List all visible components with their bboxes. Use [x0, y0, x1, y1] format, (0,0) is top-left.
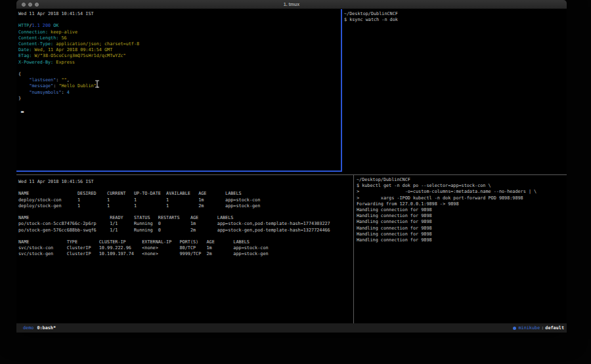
terminal-line: $ kubectl get -n dok po --selector=app=s… [357, 183, 567, 189]
session-name: demo [23, 323, 33, 333]
terminal-line: Content-Type: application/json; charset=… [18, 41, 341, 47]
terminal-line [18, 185, 353, 191]
active-pane-border-vertical[interactable] [341, 9, 342, 172]
terminal-line [18, 102, 341, 108]
terminal-line: HTTP/1.1 200 OK [18, 23, 341, 29]
tmux-content: Wed 11 Apr 2018 10:41:54 IST HTTP/1.1 20… [16, 9, 567, 323]
window-tab-bash[interactable]: 0:bash* [37, 323, 56, 333]
terminal-line [18, 233, 353, 239]
terminal-line [18, 209, 353, 215]
terminal-line: ~/Desktop/DublinCNCF [344, 11, 567, 17]
terminal-line: po/stock-gen-576cc688bb-swqf6 1/1 Runnin… [18, 228, 353, 233]
terminal-line: ~/Desktop/DublinCNCF [357, 177, 567, 183]
terminal-line: Date: Wed, 11 Apr 2018 09:41:54 GMT [18, 47, 341, 53]
terminal-line: Wed 11 Apr 2018 10:41:54 IST [18, 11, 341, 17]
kube-namespace: default [545, 323, 564, 333]
pane-divider-horizontal[interactable] [16, 174, 567, 175]
terminal-line: Handling connection for 9898 [357, 207, 567, 213]
pane-divider-vertical[interactable] [353, 175, 354, 323]
tmux-status-bar: demo 0:bash* minikube : default [16, 323, 567, 333]
terminal-line: Handling connection for 9898 [357, 232, 567, 237]
terminal-line: ▂ [18, 108, 341, 113]
terminal-line: po/stock-con-5cc874766c-2p6rp 1/1 Runnin… [18, 221, 353, 227]
terminal-line: Handling connection for 9898 [357, 213, 567, 219]
terminal-line: "lastseen": "", [18, 77, 341, 83]
pane-port-forward[interactable]: ~/Desktop/DublinCNCF$ kubectl get -n dok… [354, 175, 567, 323]
terminal-line: > xargs -IPOD kubectl -n dok port-forwar… [357, 195, 567, 201]
terminal-line: "numsymbols": 4 [18, 90, 341, 96]
terminal-line: deploy/stock-gen 1 1 1 1 2m app=stock-ge… [18, 203, 353, 209]
title-bar[interactable]: 1. tmux [16, 0, 567, 9]
terminal-line [18, 17, 341, 23]
status-right: minikube : default [513, 323, 565, 333]
terminal-line: Connection: keep-alive [18, 30, 341, 35]
terminal-line: ETag: W/"38-O5coCsrg3mQ75sHr1d/qcMTwYZc" [18, 53, 341, 59]
terminal-line: Handling connection for 9898 [357, 226, 567, 232]
terminal-line: "message": "Hello Dublin", [18, 83, 341, 89]
kubernetes-icon [513, 327, 516, 330]
terminal-line: Forwarding from 127.0.0.1:9898 -> 9898 [357, 201, 567, 207]
terminal-line: } [18, 96, 341, 102]
terminal-line: X-Powered-By: Express [18, 60, 341, 66]
terminal-line: Handling connection for 9898 [357, 237, 567, 243]
pane-ksync-watch[interactable]: ~/Desktop/DublinCNCF$ ksync watch -n dok [342, 9, 567, 174]
terminal-line: NAME TYPE CLUSTER-IP EXTERNAL-IP PORT(S)… [18, 239, 353, 245]
window-title: 1. tmux [16, 2, 567, 7]
terminal-line: Handling connection for 9898 [357, 219, 567, 225]
terminal-window: 1. tmux Wed 11 Apr 2018 10:41:54 IST HTT… [16, 0, 567, 333]
active-pane-border-horizontal[interactable] [16, 171, 341, 172]
terminal-line: NAME DESIRED CURRENT UP-TO-DATE AVAILABL… [18, 191, 353, 197]
terminal-line: svc/stock-gen ClusterIP 10.109.197.74 <n… [18, 251, 353, 257]
terminal-line: > -o=custom-columns=:metadata.name --no-… [357, 189, 567, 195]
terminal-line [18, 66, 341, 71]
terminal-line: { [18, 71, 341, 77]
kube-separator: : [541, 323, 544, 333]
terminal-line: deploy/stock-con 1 1 1 1 1m app=stock-co… [18, 197, 353, 203]
terminal-line: Content-Length: 56 [18, 35, 341, 41]
terminal-line: NAME READY STATUS RESTARTS AGE LABELS [18, 215, 353, 221]
pane-http-response[interactable]: Wed 11 Apr 2018 10:41:54 IST HTTP/1.1 20… [16, 9, 341, 171]
terminal-line: Wed 11 Apr 2018 10:41:56 IST [18, 179, 353, 185]
terminal-line: $ ksync watch -n dok [344, 17, 567, 23]
terminal-line: svc/stock-con ClusterIP 10.99.222.96 <no… [18, 245, 353, 251]
text-cursor-pointer-icon [95, 80, 100, 88]
kube-cluster: minikube [519, 323, 540, 333]
pane-kubectl-get[interactable]: Wed 11 Apr 2018 10:41:56 IST NAME DESIRE… [16, 175, 353, 323]
